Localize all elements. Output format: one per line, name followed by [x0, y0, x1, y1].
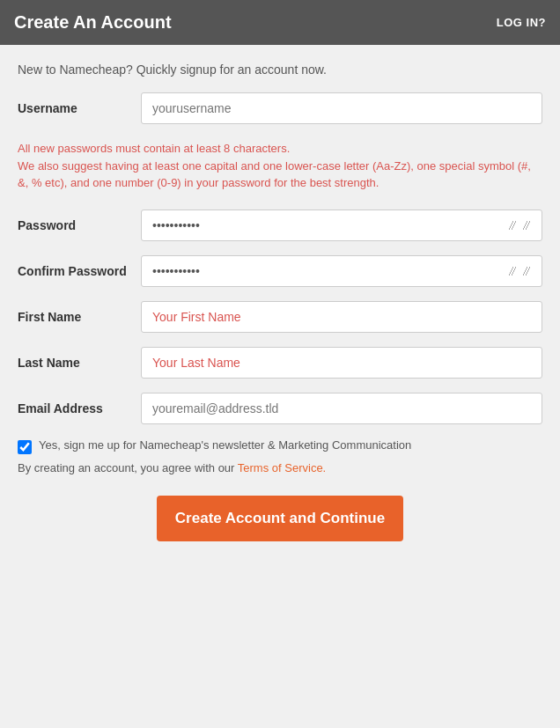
first-name-row: First Name: [18, 301, 542, 333]
submit-button[interactable]: Create Account and Continue: [157, 496, 403, 541]
last-name-label: Last Name: [18, 356, 141, 370]
password-hint: All new passwords must contain at least …: [18, 138, 542, 204]
terms-row: By creating an account, you agree with o…: [18, 461, 542, 474]
password-hint-line1: All new passwords must contain at least …: [18, 140, 542, 158]
password-label: Password: [18, 218, 141, 232]
email-input[interactable]: [141, 393, 542, 424]
terms-link[interactable]: Terms of Service.: [238, 461, 326, 474]
last-name-row: Last Name: [18, 347, 542, 379]
first-name-label: First Name: [18, 310, 141, 324]
first-name-input-wrap: [141, 301, 542, 333]
newsletter-checkbox[interactable]: [18, 440, 32, 454]
username-input[interactable]: [141, 92, 542, 124]
confirm-password-row: Confirm Password ⫽⫽: [18, 255, 542, 287]
confirm-password-label: Confirm Password: [18, 264, 141, 278]
login-link[interactable]: LOG IN?: [497, 16, 546, 29]
newsletter-row: Yes, sign me up for Namecheap's newslett…: [18, 438, 542, 454]
username-input-wrap: [141, 92, 542, 124]
last-name-input-wrap: [141, 347, 542, 379]
email-row: Email Address: [18, 393, 542, 424]
password-toggle-icon[interactable]: ⫽⫽: [505, 217, 534, 233]
intro-text: New to Namecheap? Quickly signup for an …: [18, 63, 542, 77]
page-title: Create An Account: [14, 12, 172, 33]
password-hint-line2: We also suggest having at least one capi…: [18, 158, 542, 192]
email-label: Email Address: [18, 401, 141, 415]
newsletter-label: Yes, sign me up for Namecheap's newslett…: [39, 438, 411, 452]
last-name-input[interactable]: [141, 347, 542, 379]
first-name-input[interactable]: [141, 301, 542, 333]
confirm-password-input-wrap: ⫽⫽: [141, 255, 542, 287]
main-content: New to Namecheap? Quickly signup for an …: [0, 45, 560, 568]
password-input-wrap: ⫽⫽: [141, 210, 542, 241]
email-input-wrap: [141, 393, 542, 424]
username-row: Username: [18, 92, 542, 124]
confirm-password-input[interactable]: [141, 255, 542, 287]
password-input[interactable]: [141, 210, 542, 241]
terms-prefix: By creating an account, you agree with o…: [18, 461, 238, 474]
page-header: Create An Account LOG IN?: [0, 0, 560, 45]
username-label: Username: [18, 101, 141, 115]
password-row: Password ⫽⫽: [18, 210, 542, 241]
confirm-password-toggle-icon[interactable]: ⫽⫽: [505, 263, 534, 279]
